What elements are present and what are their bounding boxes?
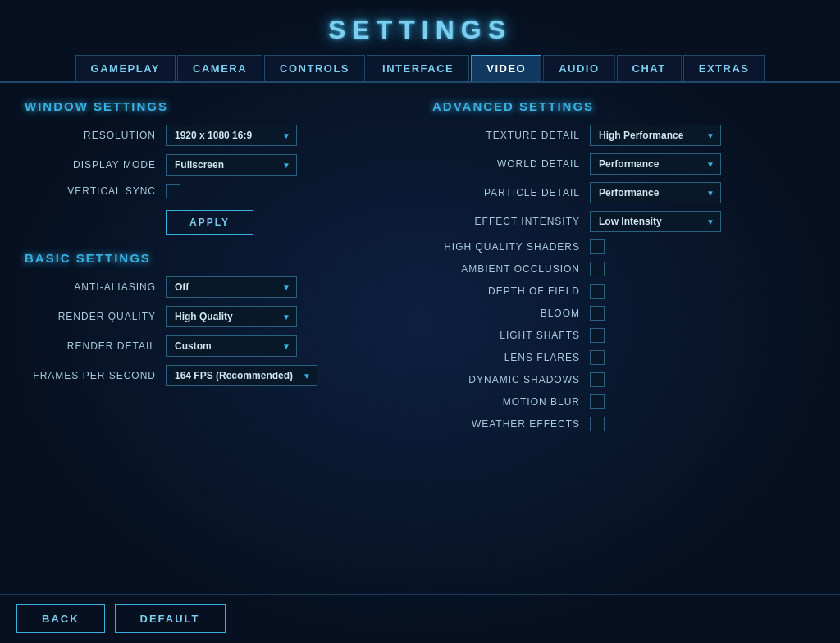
effect-intensity-label: EFFECT INTENSITY: [432, 216, 580, 227]
main-content: WINDOW SETTINGS RESOLUTION 1920 x 1080 1…: [0, 83, 840, 594]
texture-detail-wrapper[interactable]: High Performance: [590, 125, 721, 146]
window-settings-section: WINDOW SETTINGS RESOLUTION 1920 x 1080 1…: [25, 99, 408, 235]
anti-aliasing-dropdown[interactable]: Off: [166, 276, 297, 298]
ambient-occlusion-row: AMBIENT OCCLUSION: [432, 262, 815, 276]
fps-row: FRAMES PER SECOND 164 FPS (Recommended): [25, 365, 408, 386]
apply-button[interactable]: APPLY: [166, 210, 253, 235]
title-bar: SETTINGS: [0, 0, 840, 52]
tabs-container: GAMEPLAY CAMERA CONTROLS INTERFACE VIDEO…: [0, 52, 840, 83]
motion-blur-row: MOTION BLUR: [432, 394, 815, 409]
light-shafts-row: LIGHT SHAFTS: [432, 328, 815, 343]
display-mode-dropdown-wrapper[interactable]: Fullscreen: [166, 154, 297, 176]
hq-shaders-checkbox[interactable]: [590, 239, 605, 254]
particle-detail-wrapper[interactable]: Performance: [590, 182, 721, 203]
ambient-occlusion-label: AMBIENT OCCLUSION: [432, 263, 580, 275]
vsync-checkbox[interactable]: [166, 184, 180, 198]
display-mode-label: DISPLAY MODE: [25, 159, 156, 171]
fps-label: FRAMES PER SECOND: [25, 370, 156, 381]
bloom-checkbox[interactable]: [590, 306, 605, 321]
world-detail-dropdown[interactable]: Performance: [590, 153, 721, 175]
motion-blur-checkbox[interactable]: [590, 394, 605, 409]
back-button[interactable]: BACK: [16, 604, 105, 633]
weather-effects-label: WEATHER EFFECTS: [432, 418, 580, 430]
particle-detail-dropdown[interactable]: Performance: [590, 182, 721, 203]
tab-interface[interactable]: INTERFACE: [367, 55, 469, 81]
light-shafts-label: LIGHT SHAFTS: [432, 330, 580, 341]
motion-blur-label: MOTION BLUR: [432, 396, 580, 408]
lens-flares-row: LENS FLARES: [432, 350, 815, 365]
world-detail-wrapper[interactable]: Performance: [590, 153, 721, 175]
lens-flares-checkbox[interactable]: [590, 350, 605, 365]
light-shafts-checkbox[interactable]: [590, 328, 605, 343]
depth-of-field-label: DEPTH OF FIELD: [432, 285, 580, 297]
effect-intensity-dropdown[interactable]: Low Intensity: [590, 211, 721, 232]
world-detail-label: WORLD DETAIL: [432, 158, 580, 170]
tab-extras[interactable]: EXTRAS: [683, 55, 765, 81]
resolution-dropdown[interactable]: 1920 x 1080 16:9: [166, 125, 297, 146]
bottom-bar: BACK DEFAULT: [0, 594, 840, 643]
fps-wrapper[interactable]: 164 FPS (Recommended): [166, 365, 317, 386]
vsync-label: VERTICAL SYNC: [25, 185, 156, 197]
render-quality-label: RENDER QUALITY: [25, 311, 156, 322]
effect-intensity-wrapper[interactable]: Low Intensity: [590, 211, 721, 232]
display-mode-dropdown[interactable]: Fullscreen: [166, 154, 297, 176]
world-detail-row: WORLD DETAIL Performance: [432, 153, 815, 175]
right-panel: ADVANCED SETTINGS TEXTURE DETAIL High Pe…: [432, 99, 815, 586]
effect-intensity-row: EFFECT INTENSITY Low Intensity: [432, 211, 815, 232]
fps-dropdown[interactable]: 164 FPS (Recommended): [166, 365, 317, 386]
resolution-label: RESOLUTION: [25, 130, 156, 141]
render-detail-wrapper[interactable]: Custom: [166, 335, 297, 357]
vsync-row: VERTICAL SYNC: [25, 184, 408, 198]
tab-chat[interactable]: CHAT: [617, 55, 682, 81]
default-button[interactable]: DEFAULT: [115, 604, 226, 633]
basic-settings-section: BASIC SETTINGS ANTI-ALIASING Off RENDER …: [25, 251, 408, 394]
tab-audio[interactable]: AUDIO: [543, 55, 614, 81]
bloom-label: BLOOM: [432, 308, 580, 319]
render-detail-dropdown[interactable]: Custom: [166, 335, 297, 357]
anti-aliasing-wrapper[interactable]: Off: [166, 276, 297, 298]
render-detail-row: RENDER DETAIL Custom: [25, 335, 408, 357]
dynamic-shadows-label: DYNAMIC SHADOWS: [432, 374, 580, 385]
tab-camera[interactable]: CAMERA: [177, 55, 262, 81]
dynamic-shadows-row: DYNAMIC SHADOWS: [432, 372, 815, 387]
render-quality-dropdown[interactable]: High Quality: [166, 306, 297, 327]
render-quality-row: RENDER QUALITY High Quality: [25, 306, 408, 327]
tab-video[interactable]: VIDEO: [471, 55, 541, 81]
particle-detail-label: PARTICLE DETAIL: [432, 187, 580, 198]
page-title: SETTINGS: [0, 15, 840, 45]
hq-shaders-row: HIGH QUALITY SHADERS: [432, 239, 815, 254]
anti-aliasing-label: ANTI-ALIASING: [25, 281, 156, 293]
render-quality-wrapper[interactable]: High Quality: [166, 306, 297, 327]
resolution-dropdown-wrapper[interactable]: 1920 x 1080 16:9: [166, 125, 297, 146]
weather-effects-row: WEATHER EFFECTS: [432, 417, 815, 431]
texture-detail-row: TEXTURE DETAIL High Performance: [432, 125, 815, 146]
window-settings-title: WINDOW SETTINGS: [25, 99, 408, 113]
ambient-occlusion-checkbox[interactable]: [590, 262, 605, 276]
depth-of-field-checkbox[interactable]: [590, 284, 605, 299]
depth-of-field-row: DEPTH OF FIELD: [432, 284, 815, 299]
display-mode-row: DISPLAY MODE Fullscreen: [25, 154, 408, 176]
texture-detail-label: TEXTURE DETAIL: [432, 130, 580, 141]
tab-controls[interactable]: CONTROLS: [264, 55, 365, 81]
anti-aliasing-row: ANTI-ALIASING Off: [25, 276, 408, 298]
advanced-settings-title: ADVANCED SETTINGS: [432, 99, 815, 113]
resolution-row: RESOLUTION 1920 x 1080 16:9: [25, 125, 408, 146]
hq-shaders-label: HIGH QUALITY SHADERS: [432, 241, 580, 253]
left-panel: WINDOW SETTINGS RESOLUTION 1920 x 1080 1…: [25, 99, 408, 586]
basic-settings-title: BASIC SETTINGS: [25, 251, 408, 265]
tab-gameplay[interactable]: GAMEPLAY: [75, 55, 176, 81]
render-detail-label: RENDER DETAIL: [25, 340, 156, 352]
bloom-row: BLOOM: [432, 306, 815, 321]
dynamic-shadows-checkbox[interactable]: [590, 372, 605, 387]
particle-detail-row: PARTICLE DETAIL Performance: [432, 182, 815, 203]
texture-detail-dropdown[interactable]: High Performance: [590, 125, 721, 146]
lens-flares-label: LENS FLARES: [432, 352, 580, 363]
weather-effects-checkbox[interactable]: [590, 417, 605, 431]
